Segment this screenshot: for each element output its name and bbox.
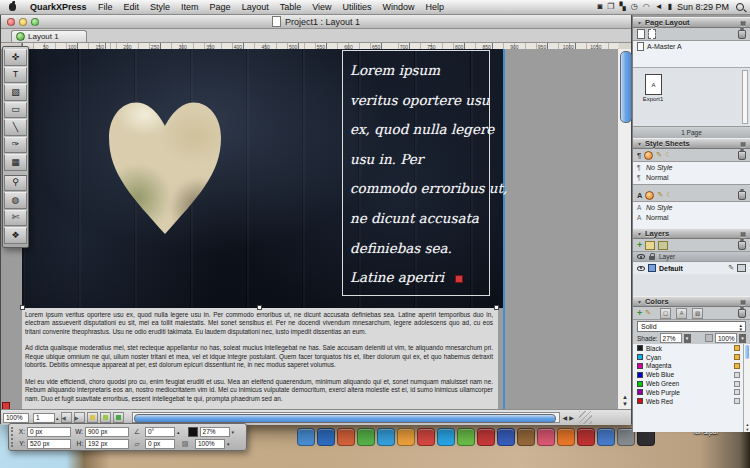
paragraph-style-row[interactable]: ¶ Normal: [633, 172, 750, 182]
opacity-field[interactable]: 100%: [195, 439, 225, 449]
view-set-3-button[interactable]: [113, 412, 124, 423]
volume-icon[interactable]: ◄: [655, 0, 663, 14]
colors-scrollbar[interactable]: ▴▾: [743, 344, 750, 432]
colors-scroll-arrows[interactable]: ▴▾: [744, 422, 750, 432]
colors-palette-header[interactable]: ▼ Colors ▤: [633, 296, 750, 307]
character-style-row[interactable]: A No Style: [633, 202, 750, 212]
update-style-icon[interactable]: [645, 191, 654, 200]
composite-tool[interactable]: ❖: [4, 227, 27, 244]
palette-menu-icon[interactable]: ▤: [740, 19, 746, 26]
box-color-swatch[interactable]: [188, 427, 198, 437]
dock-app-icon[interactable]: [597, 428, 615, 446]
trash-icon[interactable]: [738, 241, 746, 250]
colors-scroll-thumb[interactable]: [745, 345, 750, 359]
menu-item[interactable]: Page: [204, 2, 236, 12]
move-to-layer-icon[interactable]: [645, 241, 655, 250]
shade-dropdown-arrow[interactable]: ▾: [232, 429, 235, 435]
color-row[interactable]: Black: [633, 344, 750, 353]
trash-icon[interactable]: [738, 30, 746, 39]
shade-dropdown-button[interactable]: ▾: [684, 334, 691, 343]
merge-layers-icon[interactable]: [658, 241, 668, 250]
menu-item[interactable]: Window: [377, 2, 420, 12]
x-field[interactable]: 0 px: [27, 427, 71, 437]
apple-icon[interactable]: [9, 3, 16, 11]
dock-app-icon[interactable]: [397, 428, 415, 446]
opacity-dropdown-arrow[interactable]: ▾: [227, 441, 230, 447]
color-row[interactable]: Cyan: [633, 353, 750, 362]
battery-icon[interactable]: ▮: [668, 0, 672, 14]
layers-palette-header[interactable]: ▼ Layers ▤: [633, 228, 750, 239]
opacity-field[interactable]: 100%: [715, 333, 737, 343]
vertical-scroll-arrows[interactable]: ▲▼: [618, 394, 632, 408]
pen-tool[interactable]: ✑: [4, 137, 27, 154]
dock-app-icon[interactable]: [297, 428, 315, 446]
dock[interactable]: [297, 428, 655, 446]
palette-menu-icon[interactable]: ▤: [740, 298, 746, 305]
color-row[interactable]: Magenta: [633, 362, 750, 371]
menu-item[interactable]: Edit: [118, 2, 145, 12]
zoom-level-field[interactable]: 100%: [3, 413, 29, 423]
visibility-eye-icon[interactable]: [637, 266, 645, 271]
page-number-field[interactable]: 1: [33, 413, 55, 423]
dock-app-icon[interactable]: [497, 428, 515, 446]
edit-layer-icon[interactable]: ✎: [728, 264, 734, 272]
box-color-mode-button[interactable]: ▢: [660, 308, 671, 319]
dock-app-icon[interactable]: [377, 428, 395, 446]
collapse-icon[interactable]: ▼: [637, 299, 642, 305]
shade-field[interactable]: 27%: [660, 333, 682, 343]
dock-app-icon[interactable]: [537, 428, 555, 446]
menu-item[interactable]: File: [93, 2, 119, 12]
spaces-icon[interactable]: ▚: [620, 0, 626, 14]
color-row[interactable]: Web Purple: [633, 388, 750, 397]
picture-content-tool[interactable]: ▧: [4, 84, 27, 101]
wifi-icon[interactable]: ◠: [643, 0, 650, 14]
corner-radius-field[interactable]: 0 px: [145, 439, 175, 449]
pages-scrollbar[interactable]: [742, 70, 748, 124]
text-content-tool[interactable]: T: [4, 67, 27, 84]
ellipse-tool[interactable]: ◍: [4, 192, 27, 209]
dock-app-icon[interactable]: [477, 428, 495, 446]
master-page-row[interactable]: A-Master A: [633, 41, 750, 51]
zoom-tool[interactable]: ⚲: [4, 175, 27, 192]
minimize-button[interactable]: [19, 18, 27, 26]
body-text-box[interactable]: Lorem ipsum veritus oportere usu ex, quo…: [22, 308, 498, 409]
blend-mode-dropdown[interactable]: Solid ▴▾: [637, 321, 746, 332]
vertical-scrollbar[interactable]: ▲▼: [617, 49, 631, 409]
style-sheets-palette-header[interactable]: ▼ Style Sheets ▤: [633, 138, 750, 149]
palette-menu-icon[interactable]: ▤: [740, 230, 746, 237]
dock-app-icon[interactable]: [517, 428, 535, 446]
new-layer-icon[interactable]: +: [637, 241, 642, 250]
collapse-icon[interactable]: ▼: [637, 141, 642, 147]
edit-color-icon[interactable]: ✎: [645, 309, 651, 317]
duplicate-style-icon[interactable]: ☾: [666, 191, 672, 199]
picture-color-mode-button[interactable]: ▨: [692, 308, 703, 319]
scissors-tool[interactable]: ✄: [4, 210, 27, 227]
tab-layout-1[interactable]: Layout 1: [11, 30, 87, 42]
dock-app-icon[interactable]: [577, 428, 595, 446]
selection-handle[interactable]: [257, 305, 262, 310]
horizontal-scrollbar[interactable]: [132, 412, 560, 423]
collapse-icon[interactable]: ▼: [637, 20, 642, 26]
displays-icon[interactable]: ◙: [598, 0, 603, 14]
box-tool[interactable]: ▭: [4, 102, 27, 119]
page-layout-palette-header[interactable]: ▼ Page Layout ▤: [633, 17, 750, 28]
trash-icon[interactable]: [738, 191, 746, 200]
edit-style-icon[interactable]: ✎: [656, 151, 662, 159]
sync-icon[interactable]: ❐: [607, 0, 614, 14]
shade-field[interactable]: 27%: [200, 427, 230, 437]
menu-item[interactable]: Help: [420, 2, 450, 12]
menu-item[interactable]: Table: [274, 2, 307, 12]
selection-handle[interactable]: [20, 305, 25, 310]
dock-app-icon[interactable]: [457, 428, 475, 446]
dock-app-icon[interactable]: [557, 428, 575, 446]
table-tool[interactable]: ▦: [4, 154, 27, 171]
layer-options-icon[interactable]: [737, 264, 746, 272]
new-color-icon[interactable]: +: [637, 309, 642, 318]
dock-app-icon[interactable]: [337, 428, 355, 446]
color-row[interactable]: Web Red: [633, 397, 750, 406]
rotation-stepper[interactable]: ▴: [177, 429, 180, 435]
color-row[interactable]: Web Blue: [633, 370, 750, 379]
y-field[interactable]: 520 px: [27, 439, 71, 449]
duplicate-style-icon[interactable]: ☾: [665, 151, 671, 159]
close-button[interactable]: [7, 18, 15, 26]
